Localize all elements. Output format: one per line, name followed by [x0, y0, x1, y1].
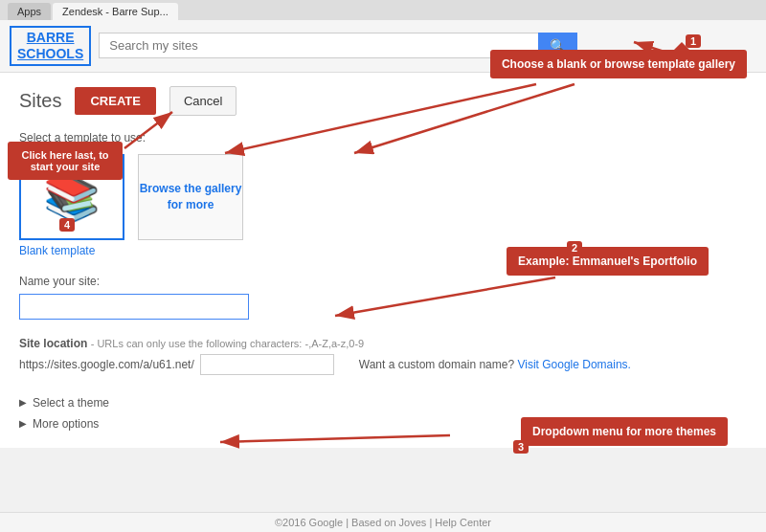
more-options-triangle-icon: ▶	[19, 418, 27, 429]
name-label: Name your site:	[19, 275, 747, 288]
create-button[interactable]: CREATE	[75, 87, 155, 115]
cancel-button[interactable]: Cancel	[169, 86, 237, 116]
tab-bar: Apps Zendesk - Barre Sup...	[0, 0, 766, 20]
page-title: Sites	[19, 90, 61, 112]
footer-text: ©2016 Google | Based on Joves | Help Cen…	[275, 517, 491, 528]
select-theme-row[interactable]: ▶ Select a theme	[19, 392, 747, 413]
browse-template-box[interactable]: Browse the gallery for more	[138, 154, 243, 240]
browse-template-text: Browse the gallery for more	[139, 181, 242, 213]
name-section: Name your site:	[19, 275, 747, 320]
visit-google-domains-link[interactable]: Visit Google Domains.	[517, 358, 631, 371]
callout-3: Dropdown menu for more themes	[521, 417, 728, 446]
template-section-label: Select a template to use:	[19, 131, 747, 144]
logo[interactable]: BARRE SCHOOLS	[10, 26, 91, 66]
location-note: - URLs can only use the following charac…	[91, 338, 365, 349]
select-theme-label: Select a theme	[33, 396, 109, 410]
badge-2: 2	[567, 241, 582, 255]
badge-1: 1	[686, 34, 701, 48]
location-input[interactable]	[200, 354, 334, 375]
callout-2: Example: Emmanuel's Eportfolio	[507, 247, 709, 276]
location-row: https://sites.google.com/a/u61.net/ Want…	[19, 354, 747, 375]
more-options-label: More options	[33, 417, 99, 431]
callout-4: Click here last, to start your site	[8, 142, 123, 180]
triangle-icon: ▶	[19, 397, 27, 408]
template-section: Select a template to use: 📚 Blank templa…	[19, 131, 747, 257]
badge-3: 3	[513, 440, 529, 454]
tab-apps[interactable]: Apps	[8, 3, 51, 20]
location-title: Site location - URLs can only use the fo…	[19, 337, 747, 350]
header-row: Sites CREATE Cancel	[19, 86, 747, 116]
logo-line2: SCHOOLS	[17, 46, 83, 62]
blank-template-label[interactable]: Blank template	[19, 244, 124, 257]
location-section: Site location - URLs can only use the fo…	[19, 337, 747, 375]
logo-line1: BARRE	[17, 30, 83, 46]
callout-1: Choose a blank or browse template galler…	[490, 50, 747, 78]
templates-row: 📚 Blank template Browse the gallery for …	[19, 154, 747, 257]
search-input[interactable]	[99, 33, 538, 58]
custom-domain-text: Want a custom domain name? Visit Google …	[359, 358, 631, 371]
footer: ©2016 Google | Based on Joves | Help Cen…	[0, 512, 766, 532]
badge-4: 4	[59, 218, 75, 232]
location-prefix: https://sites.google.com/a/u61.net/	[19, 358, 194, 371]
tab-zendesk[interactable]: Zendesk - Barre Sup...	[53, 3, 178, 20]
site-name-input[interactable]	[19, 294, 249, 320]
